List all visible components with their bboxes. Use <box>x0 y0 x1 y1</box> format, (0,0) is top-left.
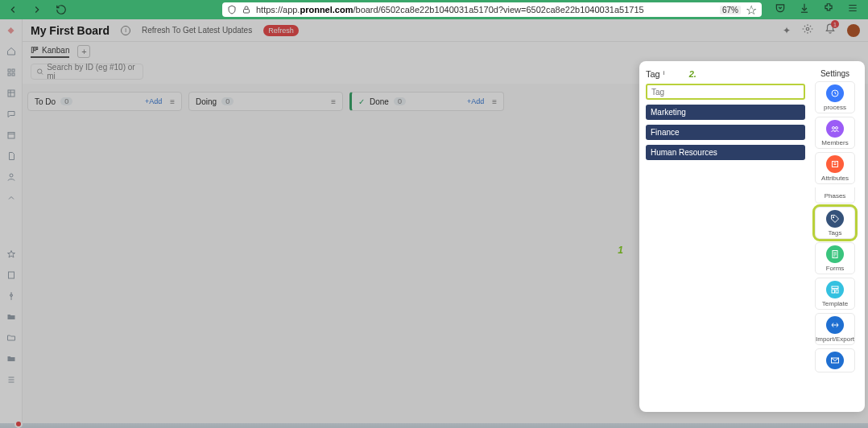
forward-button[interactable] <box>29 2 45 18</box>
import-export-icon <box>826 316 844 334</box>
app-viewport: My First Board i Refresh To Get Latest U… <box>0 19 868 428</box>
tile-import-export[interactable]: Import/Export <box>815 313 855 345</box>
back-button[interactable] <box>5 2 21 18</box>
tile-label: Tags <box>829 229 842 237</box>
annotation-1: 1 <box>618 245 623 256</box>
annotation-2: 2. <box>689 69 696 79</box>
attributes-icon <box>826 155 844 173</box>
reload-button[interactable] <box>53 2 69 18</box>
tile-label: Attributes <box>821 175 849 182</box>
tags-icon <box>826 210 844 228</box>
tag-finance[interactable]: Finance <box>646 125 805 140</box>
tag-input[interactable] <box>646 84 805 100</box>
pocket-icon[interactable] <box>775 2 786 17</box>
template-icon <box>826 281 844 298</box>
tile-forms[interactable]: Forms <box>815 242 855 274</box>
browser-toolbar: https://app.pronnel.com/board/6502ca8e22… <box>0 0 868 19</box>
tile-label: Template <box>822 300 848 307</box>
tile-process[interactable]: process <box>815 81 855 113</box>
menu-icon[interactable] <box>847 2 858 17</box>
process-icon <box>826 84 844 102</box>
info-icon[interactable]: i <box>663 70 672 78</box>
downloads-icon[interactable] <box>799 2 810 17</box>
tag-human-resources[interactable]: Human Resources <box>646 145 805 160</box>
zoom-badge[interactable]: 67% <box>720 6 741 14</box>
tile-phases[interactable]: Phases <box>815 187 855 204</box>
forms-icon <box>826 245 844 263</box>
tile-label: Import/Export <box>816 335 854 343</box>
tile-label: Phases <box>825 192 846 200</box>
lock-icon <box>242 5 251 14</box>
tile-label: process <box>824 104 846 111</box>
tile-tags[interactable]: Tags <box>815 207 855 239</box>
tile-members[interactable]: Members <box>815 117 855 149</box>
svg-rect-23 <box>836 290 838 293</box>
tag-editor: Tag i 2. Marketing Finance Human Resourc… <box>646 69 805 404</box>
tag-marketing[interactable]: Marketing <box>646 105 805 120</box>
bookmark-icon[interactable]: ☆ <box>746 2 757 18</box>
tile-label: Members <box>821 139 848 146</box>
tile-template[interactable]: Template <box>815 278 855 310</box>
mail-icon <box>826 352 844 369</box>
tile-label: Forms <box>826 265 845 272</box>
extensions-icon[interactable] <box>823 2 834 17</box>
svg-rect-22 <box>832 290 835 293</box>
tag-heading: Tag <box>646 69 660 79</box>
members-icon <box>826 120 844 138</box>
svg-rect-0 <box>244 10 250 14</box>
settings-tiles: Settings process Members Attributes Phas… <box>812 69 858 404</box>
tile-attributes[interactable]: Attributes <box>815 152 855 184</box>
svg-point-19 <box>833 216 834 218</box>
svg-point-17 <box>836 126 838 129</box>
url-text: https://app.pronnel.com/board/6502ca8e22… <box>256 5 715 14</box>
settings-heading: Settings <box>820 69 849 78</box>
settings-panel: Tag i 2. Marketing Finance Human Resourc… <box>639 61 865 412</box>
svg-point-16 <box>833 126 835 129</box>
tile-mail[interactable] <box>815 348 855 372</box>
url-bar[interactable]: https://app.pronnel.com/board/6502ca8e22… <box>222 2 762 17</box>
svg-rect-21 <box>832 286 838 289</box>
shield-icon <box>227 5 237 14</box>
